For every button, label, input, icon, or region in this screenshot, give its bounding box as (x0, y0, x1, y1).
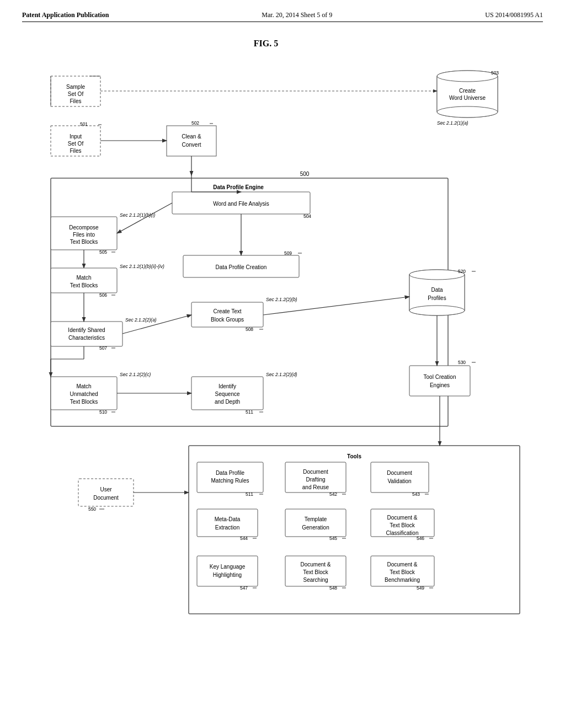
identify-sequence-label2: Sequence (215, 391, 239, 397)
label-542: 542 (329, 491, 337, 497)
sample-files-label2: Set Of (68, 91, 84, 97)
sec-match: Sec 2.1.2(1)(b)(ii)-(iv) (120, 264, 164, 269)
decompose-label3: Text Blocks (70, 239, 98, 245)
label-550: 550 (88, 506, 96, 512)
doc-searching-label2: Text Block (303, 569, 329, 575)
input-files-label3: Files (70, 148, 81, 154)
data-profile-creation-label: Data Profile Creation (216, 264, 267, 270)
label-543: 543 (412, 491, 420, 497)
svg-point-12 (437, 106, 498, 117)
identify-sequence-label: Identify (218, 383, 236, 389)
data-profile-matching-label: Data Profile (216, 470, 245, 476)
label-509: 509 (284, 250, 292, 256)
header-center: Mar. 20, 2014 Sheet 5 of 9 (262, 11, 332, 19)
label-501: 501 (80, 121, 88, 127)
sample-files-label: Sample (66, 84, 85, 90)
figure-svg: Sample Set Of Files Input Set Of Files 5… (34, 60, 542, 644)
figure-title: FIG. 5 (1, 39, 531, 49)
label-548: 548 (329, 585, 337, 591)
svg-point-24 (409, 306, 465, 315)
label-547: 547 (240, 585, 248, 591)
sec-identify: Sec 2.1.2(2)(a) (125, 317, 157, 323)
match-text-label2: Text Blocks (70, 282, 98, 288)
match-unmatched-label: Match (76, 383, 91, 389)
sec-word-universe: Sec 2.1.2(1)(a) (437, 120, 468, 126)
engine-label: Data Profile Engine (213, 184, 264, 190)
match-unmatched-label2: Unmatched (70, 391, 98, 397)
doc-benchmarking-label3: Benchmarking (385, 577, 420, 583)
user-doc-label: User (100, 486, 112, 493)
identify-shared-box (51, 322, 122, 346)
doc-classification-label2: Text Block (390, 522, 415, 528)
word-universe-label: Create (459, 88, 476, 94)
input-files-label: Input (70, 133, 82, 140)
template-box (285, 509, 346, 537)
metadata-label2: Extraction (215, 524, 239, 531)
tool-creation-box (409, 366, 470, 396)
identify-sequence-label3: and Depth (215, 399, 240, 405)
page: Patent Application Publication Mar. 20, … (0, 0, 565, 728)
match-text-label: Match (76, 275, 91, 281)
clean-convert-box (167, 126, 216, 156)
data-profiles-label: Data (431, 287, 443, 293)
clean-convert-label: Clean & (182, 133, 201, 140)
diagram: FIG. 5 Sample Set Of Files Input (34, 39, 531, 644)
header-right: US 2014/0081995 A1 (485, 11, 543, 19)
doc-validation-box (371, 462, 429, 493)
user-doc-box (78, 479, 134, 506)
word-analysis-label: Word and File Analysis (213, 201, 269, 207)
doc-drafting-label2: Drafting (306, 477, 325, 483)
data-profile-matching-label2: Matching Rules (211, 478, 249, 484)
key-language-label: Key Language (210, 564, 246, 570)
doc-benchmarking-label: Document & (387, 561, 417, 568)
sec-create: Sec 2.1.2(2)(b) (266, 297, 297, 302)
label-520: 520 (458, 269, 466, 274)
label-504: 504 (303, 213, 311, 219)
create-text-groups-label: Create Text (214, 308, 242, 314)
input-files-label2: Set Of (68, 141, 84, 147)
word-universe-label2: Word Universe (449, 95, 486, 101)
label-502: 502 (191, 120, 199, 126)
label-544: 544 (240, 536, 248, 541)
doc-classification-label: Document & (387, 515, 417, 521)
doc-validation-label: Document (387, 470, 412, 476)
key-language-label2: Highlighting (213, 572, 242, 578)
template-label2: Generation (302, 524, 329, 531)
label-511b: 511 (246, 491, 253, 497)
doc-benchmarking-label2: Text Block (390, 569, 415, 575)
label-511: 511 (246, 409, 253, 415)
metadata-label: Meta-Data (215, 516, 241, 522)
doc-searching-label: Document & (300, 561, 331, 568)
user-doc-label2: Document (93, 495, 119, 501)
label-503: 503 (491, 70, 499, 76)
doc-classification-label3: Classification (386, 530, 419, 536)
label-510: 510 (99, 409, 107, 415)
label-508: 508 (246, 326, 253, 332)
tool-creation-label2: Engines (430, 382, 450, 388)
label-545: 545 (329, 536, 337, 541)
template-label: Template (305, 516, 327, 522)
doc-searching-label3: Searching (303, 577, 328, 583)
metadata-box (197, 509, 258, 537)
sec-sequence: Sec 2.1.2(2)(d) (266, 372, 297, 377)
identify-shared-label: Identify Shared (68, 327, 105, 333)
svg-point-21 (409, 270, 465, 280)
label-507: 507 (99, 345, 107, 351)
create-text-groups-box (191, 302, 263, 327)
match-unmatched-label3: Text Blocks (70, 399, 98, 405)
decompose-label2: Files into (73, 232, 95, 238)
label-500: 500 (300, 171, 310, 177)
clean-convert-label2: Convert (182, 142, 201, 148)
header-left: Patent Application Publication (22, 11, 109, 19)
sample-files-label3: Files (70, 98, 81, 104)
key-language-box (197, 556, 258, 586)
label-505: 505 (99, 249, 107, 255)
sec-match-unmatched: Sec 2.1.2(2)(c) (120, 372, 151, 377)
create-text-groups-label2: Block Groups (211, 317, 244, 323)
label-506: 506 (99, 292, 107, 298)
page-header: Patent Application Publication Mar. 20, … (22, 11, 543, 22)
doc-validation-label2: Validation (387, 478, 411, 484)
decompose-label: Decompose (69, 224, 99, 231)
data-profiles-label2: Profiles (428, 295, 446, 301)
doc-drafting-label: Document (303, 469, 328, 475)
